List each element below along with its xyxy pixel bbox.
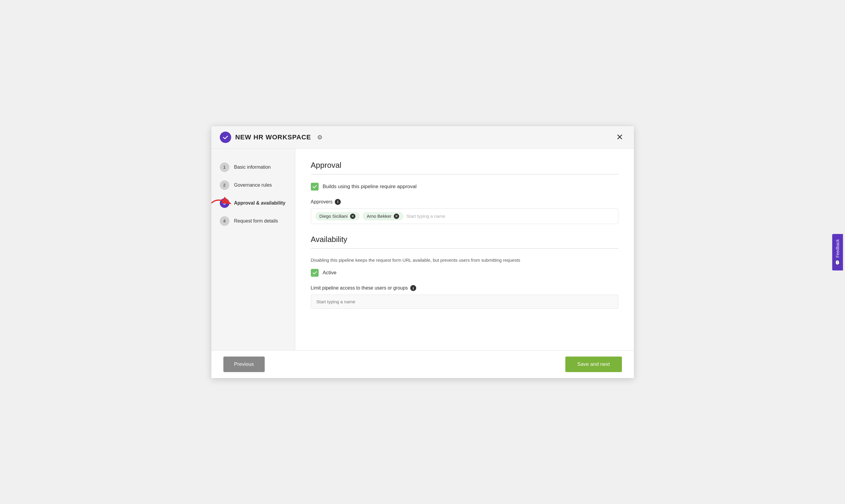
save-next-button[interactable]: Save and next [565,357,622,372]
approver-tag-arno: Arno Bekker ✕ [363,212,404,220]
sidebar-label-approval-availability: Approval & availability [234,200,286,206]
step-3-circle: 3 [220,198,229,208]
sidebar-item-approval-availability[interactable]: 3 Approval & availability [211,194,295,212]
modal-title: NEW HR WORKSPACE [235,133,311,141]
step-2-circle: 2 [220,180,229,190]
approver-name-arno: Arno Bekker [367,214,392,219]
step-1-circle: 1 [220,162,229,172]
approvers-input[interactable]: Diego Siciliani ✕ Arno Bekker ✕ Start ty… [311,209,618,224]
check-circle-icon [220,132,231,143]
previous-button[interactable]: Previous [223,357,265,372]
limit-access-label: Limit pipeline access to these users or … [311,285,618,291]
step-4-circle: 4 [220,216,229,226]
limit-access-info-icon[interactable]: i [410,285,416,291]
modal-footer: Previous Save and next [211,350,634,378]
approval-checkbox[interactable] [311,183,318,191]
sidebar-label-basic-information: Basic information [234,164,271,170]
approver-tag-diego: Diego Siciliani ✕ [315,212,360,220]
feedback-label: Feedback [835,239,840,257]
active-checkbox-row: Active [311,269,618,277]
sidebar-label-governance-rules: Governance rules [234,182,272,188]
approver-name-diego: Diego Siciliani [320,214,348,219]
sidebar-item-request-form-details[interactable]: 4 Request form details [211,212,295,230]
approvers-placeholder[interactable]: Start typing a name [406,214,614,219]
feedback-tab[interactable]: 💬 Feedback [832,234,843,270]
modal-container: NEW HR WORKSPACE ⚙ ✕ 1 Basic information… [211,126,634,378]
main-content: Approval Builds using this pipeline requ… [295,149,634,350]
approval-checkbox-label: Builds using this pipeline require appro… [323,184,417,190]
modal-body: 1 Basic information 2 Governance rules 3… [211,149,634,350]
approvers-label: Approvers i [311,199,618,205]
header-left: NEW HR WORKSPACE ⚙ [220,132,323,143]
limit-access-input[interactable] [311,295,618,309]
remove-diego-button[interactable]: ✕ [350,214,356,219]
feedback-icon: 💬 [835,260,840,265]
sidebar: 1 Basic information 2 Governance rules 3… [211,149,295,350]
remove-arno-button[interactable]: ✕ [394,214,399,219]
sidebar-item-basic-information[interactable]: 1 Basic information [211,158,295,176]
availability-description: Disabling this pipeline keeps the reques… [311,257,618,264]
active-checkbox[interactable] [311,269,318,277]
availability-section-title: Availability [311,235,618,244]
approval-section-title: Approval [311,161,618,170]
gear-icon[interactable]: ⚙ [317,134,323,141]
approval-checkbox-row: Builds using this pipeline require appro… [311,183,618,191]
sidebar-item-governance-rules[interactable]: 2 Governance rules [211,176,295,194]
modal-header: NEW HR WORKSPACE ⚙ ✕ [211,126,634,149]
active-checkbox-label: Active [323,270,337,276]
close-button[interactable]: ✕ [614,132,625,143]
sidebar-label-request-form-details: Request form details [234,218,278,224]
availability-divider [311,248,618,249]
approvers-info-icon[interactable]: i [335,199,341,205]
